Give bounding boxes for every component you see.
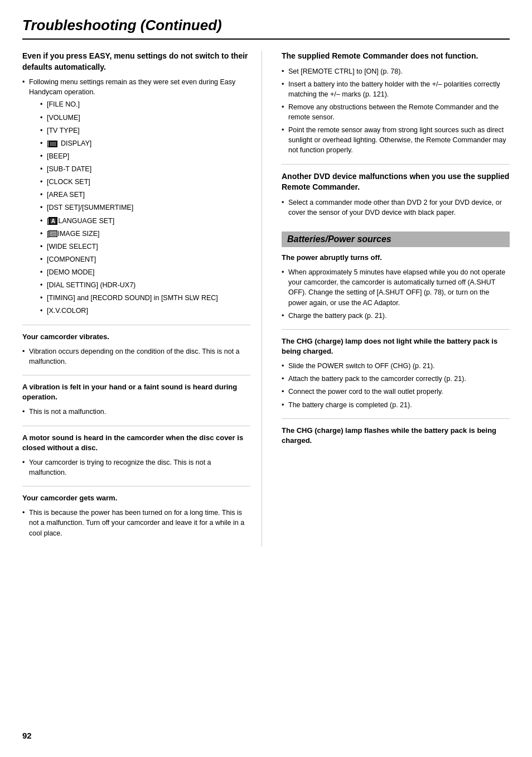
- list-item: [ DISPLAY]: [40, 138, 250, 148]
- list-item: Connect the power cord to the wall outle…: [282, 387, 510, 397]
- section-title-vibrates: Your camcorder vibrates.: [22, 332, 250, 342]
- list-item: Insert a battery into the battery holder…: [282, 79, 510, 99]
- list-item: [TIMING] and [RECORD SOUND] in [SMTH SLW…: [40, 293, 250, 303]
- list-item: When approximately 5 minutes have elapse…: [282, 267, 510, 308]
- page-number: 92: [22, 731, 32, 740]
- list-item: This is not a malfunction.: [22, 407, 250, 417]
- list-item: Your camcorder is trying to recognize th…: [22, 457, 250, 478]
- section-title-vibration-felt: A vibration is felt in your hand or a fa…: [22, 382, 250, 402]
- section-title-camcorder-warm: Your camcorder gets warm.: [22, 493, 250, 503]
- section-title-dvd-device: Another DVD device malfunctions when you…: [282, 171, 510, 193]
- section-title-power-off: The power abruptly turns off.: [282, 253, 510, 263]
- list-item: Vibration occurs depending on the condit…: [22, 346, 250, 367]
- page-title: Troubleshooting (Continued): [22, 17, 510, 40]
- section-motor-sound: A motor sound is heard in the camcorder …: [22, 426, 250, 486]
- remote-commander-bullets: Set [REMOTE CTRL] to [ON] (p. 78). Inser…: [282, 66, 510, 156]
- list-item: Point the remote sensor away from strong…: [282, 125, 510, 155]
- section-chg-lamp-flash: The CHG (charge) lamp flashes while the …: [282, 418, 510, 456]
- section-power-off: The power abruptly turns off. When appro…: [282, 253, 510, 329]
- section-dvd-device: Another DVD device malfunctions when you…: [282, 164, 510, 226]
- vibrates-bullets: Vibration occurs depending on the condit…: [22, 346, 250, 367]
- list-item: The battery charge is completed (p. 21).: [282, 400, 510, 410]
- section-title-remote-commander: The supplied Remote Commander does not f…: [282, 51, 510, 62]
- list-item: Charge the battery pack (p. 21).: [282, 311, 510, 321]
- vibration-felt-bullets: This is not a malfunction.: [22, 407, 250, 417]
- language-icon: A: [49, 217, 57, 225]
- page: Troubleshooting (Continued) Even if you …: [0, 0, 532, 757]
- list-item: Remove any obstructions between the Remo…: [282, 102, 510, 122]
- list-item: Following menu settings remain as they w…: [22, 77, 250, 316]
- list-item: [AREA SET]: [40, 190, 250, 200]
- easy-menu-bullets: Following menu settings remain as they w…: [22, 77, 250, 316]
- section-title-easy-menu: Even if you press EASY, menu settings do…: [22, 51, 250, 73]
- category-header-batteries: Batteries/Power sources: [282, 232, 510, 247]
- list-item: [WIDE SELECT]: [40, 242, 250, 252]
- camcorder-warm-bullets: This is because the power has been turne…: [22, 508, 250, 538]
- list-item: [DIAL SETTING] (HDR-UX7): [40, 280, 250, 290]
- image-size-icon: [49, 230, 57, 237]
- dash-list: [FILE NO.] [VOLUME] [TV TYPE] [ DISPLAY]…: [29, 99, 250, 316]
- list-item: [FILE NO.]: [40, 99, 250, 109]
- section-title-motor-sound: A motor sound is heard in the camcorder …: [22, 433, 250, 453]
- list-item: [COMPONENT]: [40, 254, 250, 264]
- list-item: [TV TYPE]: [40, 126, 250, 136]
- list-item: [DST SET]/[SUMMERTIME]: [40, 202, 250, 213]
- list-item: This is because the power has been turne…: [22, 508, 250, 538]
- power-off-bullets: When approximately 5 minutes have elapse…: [282, 267, 510, 321]
- right-column: The supplied Remote Commander does not f…: [279, 51, 510, 547]
- dvd-device-bullets: Select a commander mode other than DVD 2…: [282, 197, 510, 218]
- two-column-layout: Even if you press EASY, menu settings do…: [22, 51, 510, 547]
- section-vibration-felt: A vibration is felt in your hand or a fa…: [22, 375, 250, 426]
- list-item: [CLOCK SET]: [40, 177, 250, 187]
- section-title-chg-lamp-flash: The CHG (charge) lamp flashes while the …: [282, 426, 510, 446]
- section-title-chg-lamp: The CHG (charge) lamp does not light whi…: [282, 336, 510, 356]
- list-item: Set [REMOTE CTRL] to [ON] (p. 78).: [282, 66, 510, 76]
- easy-menu-intro: Following menu settings remain as they w…: [29, 78, 235, 96]
- section-easy-menu: Even if you press EASY, menu settings do…: [22, 51, 250, 325]
- list-item: [ALANGUAGE SET]: [40, 216, 250, 226]
- list-item: Select a commander mode other than DVD 2…: [282, 197, 510, 218]
- left-column: Even if you press EASY, menu settings do…: [22, 51, 262, 547]
- motor-sound-bullets: Your camcorder is trying to recognize th…: [22, 457, 250, 478]
- section-camcorder-warm: Your camcorder gets warm. This is becaus…: [22, 486, 250, 547]
- section-chg-lamp: The CHG (charge) lamp does not light whi…: [282, 329, 510, 418]
- list-item: [DEMO MODE]: [40, 267, 250, 277]
- list-item: [VOLUME]: [40, 113, 250, 123]
- section-camcorder-vibrates: Your camcorder vibrates. Vibration occur…: [22, 325, 250, 375]
- list-item: Attach the battery pack to the camcorder…: [282, 374, 510, 384]
- list-item: [IMAGE SIZE]: [40, 229, 250, 239]
- list-item: [BEEP]: [40, 151, 250, 161]
- list-item: Slide the POWER switch to OFF (CHG) (p. …: [282, 361, 510, 371]
- section-remote-commander: The supplied Remote Commander does not f…: [282, 51, 510, 164]
- list-item: [X.V.COLOR]: [40, 306, 250, 316]
- tv-icon: [49, 141, 57, 147]
- chg-lamp-bullets: Slide the POWER switch to OFF (CHG) (p. …: [282, 361, 510, 410]
- list-item: [SUB-T DATE]: [40, 164, 250, 174]
